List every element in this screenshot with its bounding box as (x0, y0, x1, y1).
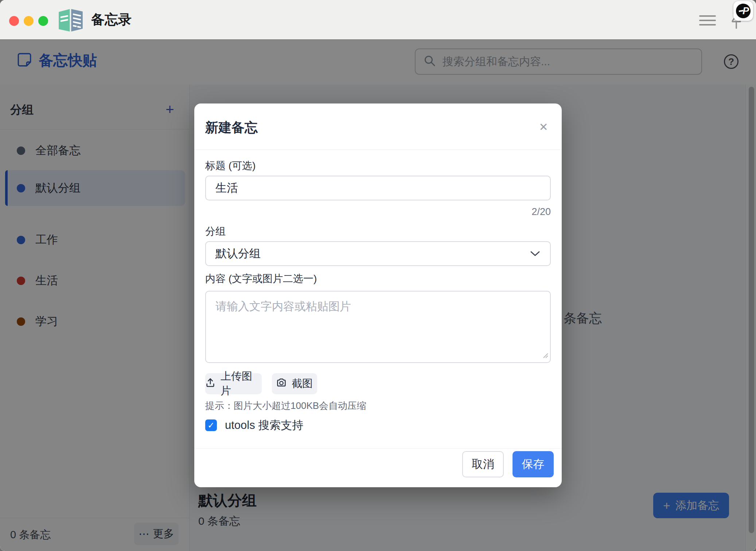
svg-text:P: P (743, 5, 749, 16)
checkbox-label: utools 搜索支持 (225, 418, 303, 433)
upload-image-button[interactable]: 上传图片 (205, 373, 262, 394)
save-button[interactable]: 保存 (513, 451, 554, 477)
upload-label: 上传图片 (221, 369, 262, 398)
checkbox-checked-icon[interactable]: ✓ (205, 419, 217, 431)
chevron-down-icon (530, 247, 541, 260)
memo-title-input[interactable] (205, 176, 551, 200)
memo-content-textarea[interactable] (205, 291, 551, 363)
content-textarea-wrap (205, 291, 551, 363)
dialog-divider (194, 149, 562, 150)
content-field-label: 内容 (文字或图片二选一) (205, 272, 317, 286)
minimize-window-button[interactable] (24, 16, 34, 26)
screenshot-button[interactable]: 截图 (272, 373, 317, 394)
footer-divider (194, 448, 562, 449)
utools-plugin-badge[interactable]: P (733, 1, 753, 21)
cancel-button[interactable]: 取消 (462, 451, 504, 477)
window-title: 备忘录 (91, 0, 132, 39)
upload-icon (205, 378, 215, 390)
char-counter: 2/20 (531, 206, 551, 218)
titlebar: 备忘录 P (0, 0, 756, 40)
app-window: 备忘录 P 备忘快贴 (0, 0, 756, 551)
compress-hint: 提示：图片大小超过100KB会自动压缩 (205, 399, 366, 412)
memo-app-icon (55, 8, 86, 34)
title-field-label: 标题 (可选) (205, 159, 256, 173)
utools-search-checkbox-row[interactable]: ✓ utools 搜索支持 (205, 418, 303, 433)
group-select-value: 默认分组 (215, 246, 261, 261)
screenshot-label: 截图 (292, 376, 313, 391)
new-memo-dialog: 新建备忘 ✕ 标题 (可选) 2/20 分组 默认分组 内容 (文字或图片二选一… (194, 103, 562, 487)
close-icon[interactable]: ✕ (535, 119, 552, 135)
group-field-label: 分组 (205, 224, 226, 238)
close-window-button[interactable] (9, 16, 19, 26)
dialog-title: 新建备忘 (205, 119, 258, 137)
camera-icon (276, 378, 287, 390)
zoom-window-button[interactable] (38, 16, 48, 26)
menu-icon[interactable] (699, 15, 716, 26)
group-select[interactable]: 默认分组 (205, 241, 551, 266)
